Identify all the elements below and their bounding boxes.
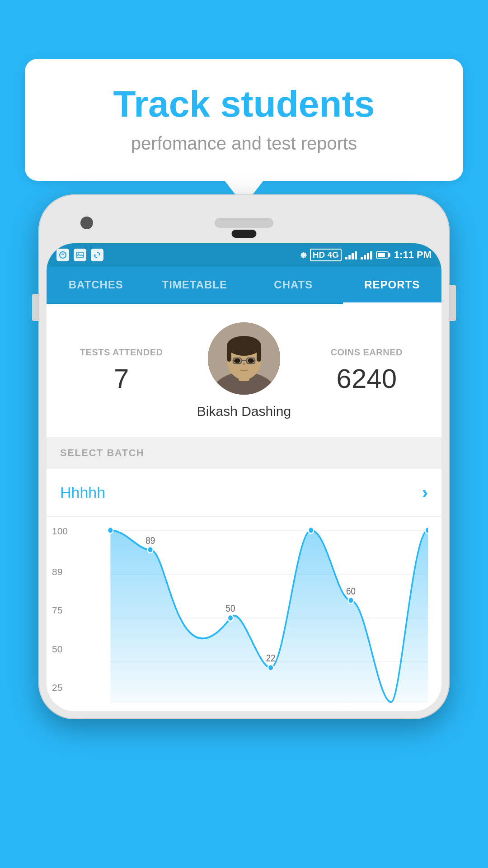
svg-text:89: 89 bbox=[145, 535, 155, 546]
sync-icon bbox=[91, 249, 103, 261]
svg-point-23 bbox=[228, 615, 233, 621]
svg-rect-1 bbox=[76, 252, 84, 258]
status-icons-left bbox=[56, 249, 103, 261]
tab-bar: BATCHES TIMETABLE CHATS REPORTS bbox=[47, 267, 441, 304]
signal-bar-1 bbox=[345, 250, 357, 259]
phone-wrapper: ⎈ HD 4G bbox=[38, 194, 450, 868]
profile-center: Bikash Dashing bbox=[183, 322, 305, 419]
y-label-50: 50 bbox=[52, 644, 68, 655]
avatar bbox=[208, 322, 280, 395]
tests-attended-label: TESTS ATTENDED bbox=[60, 347, 183, 358]
bluetooth-icon: ⎈ bbox=[300, 249, 306, 261]
svg-point-8 bbox=[227, 336, 261, 356]
chevron-right-icon: › bbox=[422, 482, 428, 503]
time-display: 1:11 PM bbox=[394, 249, 432, 261]
app-content: TESTS ATTENDED 7 bbox=[47, 304, 441, 711]
y-label-100a: 100 bbox=[52, 526, 68, 537]
performance-chart: 100 100 89 50 22 60 bbox=[60, 526, 428, 711]
status-right: ⎈ HD 4G bbox=[300, 249, 432, 261]
svg-point-26 bbox=[348, 597, 353, 604]
svg-point-22 bbox=[148, 547, 153, 553]
select-batch-label: SELECT BATCH bbox=[60, 447, 144, 458]
batch-name: Hhhhh bbox=[60, 484, 105, 501]
coins-earned-label: COINS EARNED bbox=[305, 347, 428, 358]
phone-camera-icon bbox=[80, 217, 93, 229]
y-label-25: 25 bbox=[52, 682, 68, 693]
tab-reports[interactable]: REPORTS bbox=[343, 267, 442, 303]
tests-attended-value: 7 bbox=[60, 363, 183, 394]
image-icon bbox=[74, 249, 86, 261]
y-axis-labels: 100 89 75 50 25 bbox=[52, 526, 68, 693]
signal-bar-2 bbox=[361, 250, 372, 259]
speech-bubble: Track students perfomance and test repor… bbox=[25, 59, 463, 181]
y-label-89: 89 bbox=[52, 566, 68, 577]
avatar-image bbox=[208, 322, 280, 395]
svg-point-21 bbox=[108, 527, 113, 533]
tab-batches[interactable]: BATCHES bbox=[47, 267, 145, 303]
svg-point-11 bbox=[234, 359, 240, 363]
phone-top-bar bbox=[47, 203, 441, 243]
bubble-subtitle: perfomance and test reports bbox=[52, 133, 436, 154]
phone-outer: ⎈ HD 4G bbox=[38, 194, 450, 719]
phone-screen: ⎈ HD 4G bbox=[47, 243, 441, 711]
batch-row[interactable]: Hhhhh › bbox=[47, 469, 441, 517]
svg-point-25 bbox=[308, 527, 314, 533]
svg-point-27 bbox=[425, 527, 428, 533]
svg-text:60: 60 bbox=[346, 585, 356, 597]
profile-section: TESTS ATTENDED 7 bbox=[47, 304, 441, 437]
coins-earned-value: 6240 bbox=[305, 363, 428, 394]
coins-earned-block: COINS EARNED 6240 bbox=[305, 347, 428, 394]
tests-attended-block: TESTS ATTENDED 7 bbox=[60, 347, 183, 394]
svg-text:22: 22 bbox=[266, 652, 276, 664]
svg-point-24 bbox=[268, 665, 273, 671]
status-bar: ⎈ HD 4G bbox=[47, 243, 441, 267]
svg-point-0 bbox=[60, 252, 66, 258]
profile-name: Bikash Dashing bbox=[197, 404, 291, 419]
svg-point-12 bbox=[248, 359, 254, 363]
hd-badge: HD 4G bbox=[310, 249, 342, 261]
phone-sensor bbox=[232, 230, 257, 238]
chart-section: 100 89 75 50 25 bbox=[47, 517, 441, 711]
y-label-75: 75 bbox=[52, 605, 68, 616]
battery-icon bbox=[376, 251, 389, 259]
svg-rect-10 bbox=[257, 346, 261, 362]
notification-icon bbox=[56, 249, 69, 261]
bubble-title: Track students bbox=[52, 84, 436, 124]
battery-fill bbox=[378, 253, 385, 257]
svg-rect-9 bbox=[227, 346, 231, 362]
tab-chats[interactable]: CHATS bbox=[244, 267, 343, 303]
tab-timetable[interactable]: TIMETABLE bbox=[145, 267, 244, 303]
select-batch-bar: SELECT BATCH bbox=[47, 437, 441, 469]
svg-text:50: 50 bbox=[226, 603, 235, 614]
phone-speaker bbox=[215, 218, 273, 228]
